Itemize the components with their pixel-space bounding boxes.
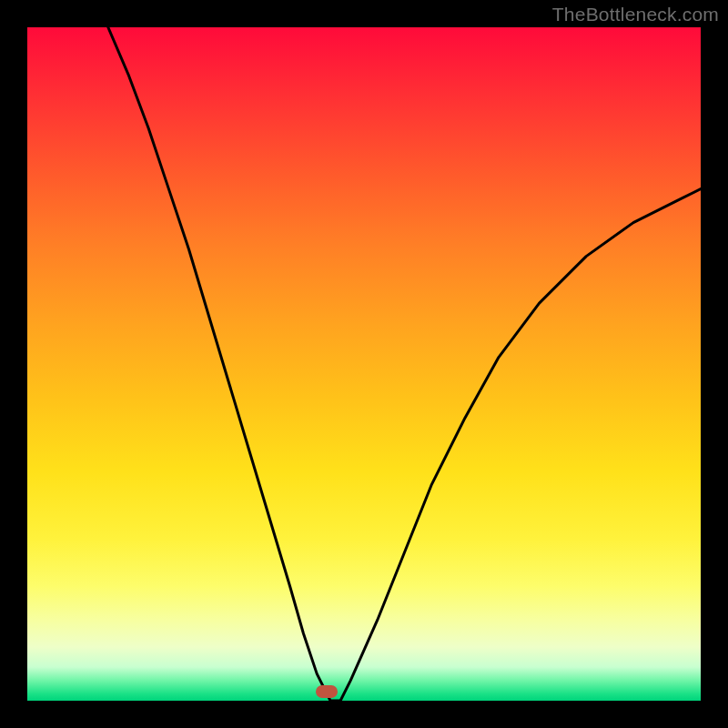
chart-frame: TheBottleneck.com bbox=[0, 0, 728, 728]
bottleneck-curve bbox=[27, 27, 701, 701]
watermark-text: TheBottleneck.com bbox=[552, 4, 719, 25]
optimum-marker bbox=[316, 685, 338, 698]
plot-area bbox=[27, 27, 701, 701]
